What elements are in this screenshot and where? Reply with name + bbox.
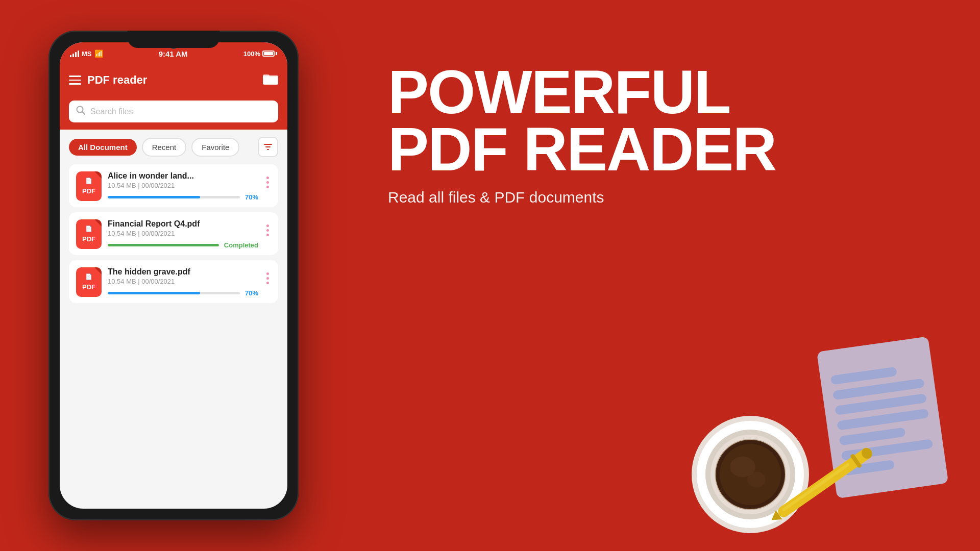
search-icon [76, 106, 85, 117]
tab-favorite[interactable]: Favorite [191, 138, 239, 157]
file-info: The hidden grave.pdf 10.54 MB | 00/00/20… [108, 267, 258, 297]
signal-bars-icon [70, 50, 79, 57]
file-info: Alice in wonder land... 10.54 MB | 00/00… [108, 171, 258, 201]
file-meta: 10.54 MB | 00/00/2021 [108, 278, 258, 285]
phone-shell: MS 📶 9:41 AM 100% [48, 31, 299, 520]
pdf-file-icon: 📄 PDF [76, 267, 102, 297]
svg-line-5 [82, 112, 85, 114]
pdf-file-icon: 📄 PDF [76, 171, 102, 201]
progress-bar [108, 292, 240, 294]
file-info: Financial Report Q4.pdf 10.54 MB | 00/00… [108, 219, 258, 249]
progress-row: 70% [108, 193, 258, 201]
more-options-button[interactable] [264, 224, 271, 236]
filter-tabs: All Document Recent Favorite [60, 130, 287, 164]
filter-icon[interactable] [258, 137, 278, 157]
tab-recent[interactable]: Recent [142, 138, 187, 157]
decorations [674, 321, 980, 551]
wifi-icon: 📶 [94, 49, 103, 58]
status-time: 9:41 AM [159, 49, 188, 58]
status-right: 100% [243, 50, 277, 58]
battery-icon [262, 51, 277, 57]
progress-row: 70% [108, 289, 258, 297]
phone-mockup-section: MS 📶 9:41 AM 100% [0, 0, 347, 551]
progress-bar [108, 244, 219, 246]
search-placeholder: Search files [90, 107, 133, 116]
file-name: Financial Report Q4.pdf [108, 219, 258, 229]
hero-title-line1: POWERFUL [388, 61, 730, 122]
list-item[interactable]: 📄 PDF Financial Report Q4.pdf 10.54 MB |… [69, 212, 278, 255]
battery-percent: 100% [243, 50, 260, 58]
app-header: PDF reader [60, 65, 287, 95]
file-name: Alice in wonder land... [108, 171, 258, 181]
file-meta: 10.54 MB | 00/00/2021 [108, 182, 258, 189]
tab-all-document[interactable]: All Document [69, 139, 137, 156]
folder-icon[interactable] [263, 72, 278, 88]
svg-rect-3 [263, 76, 278, 84]
more-options-button[interactable] [264, 272, 271, 284]
hero-title-line2: PDF READER [388, 118, 776, 180]
hero-section: POWERFUL PDF READER Read all files & PDF… [347, 0, 980, 551]
progress-fill [108, 244, 219, 246]
search-bar[interactable]: Search files [69, 101, 278, 122]
phone-screen: MS 📶 9:41 AM 100% [60, 42, 287, 509]
phone-notch [128, 31, 219, 48]
file-name: The hidden grave.pdf [108, 267, 258, 277]
app-title: PDF reader [87, 73, 263, 87]
progress-label: 70% [245, 193, 258, 201]
pdf-file-icon: 📄 PDF [76, 219, 102, 249]
menu-hamburger-icon[interactable] [69, 76, 81, 85]
carrier-label: MS [82, 50, 92, 58]
progress-label: 70% [245, 289, 258, 297]
hero-subtitle: Read all files & PDF documents [388, 189, 604, 206]
search-container: Search files [60, 95, 287, 130]
status-left: MS 📶 [70, 49, 103, 58]
progress-row: Completed [108, 241, 258, 249]
progress-label: Completed [224, 241, 258, 249]
list-item[interactable]: 📄 PDF The hidden grave.pdf 10.54 MB | 00… [69, 260, 278, 303]
progress-fill [108, 292, 200, 294]
progress-bar [108, 196, 240, 198]
svg-point-21 [747, 472, 766, 487]
file-meta: 10.54 MB | 00/00/2021 [108, 230, 258, 237]
progress-fill [108, 196, 200, 198]
file-list: 📄 PDF Alice in wonder land... 10.54 MB |… [60, 164, 287, 308]
list-item[interactable]: 📄 PDF Alice in wonder land... 10.54 MB |… [69, 164, 278, 207]
more-options-button[interactable] [264, 177, 271, 188]
